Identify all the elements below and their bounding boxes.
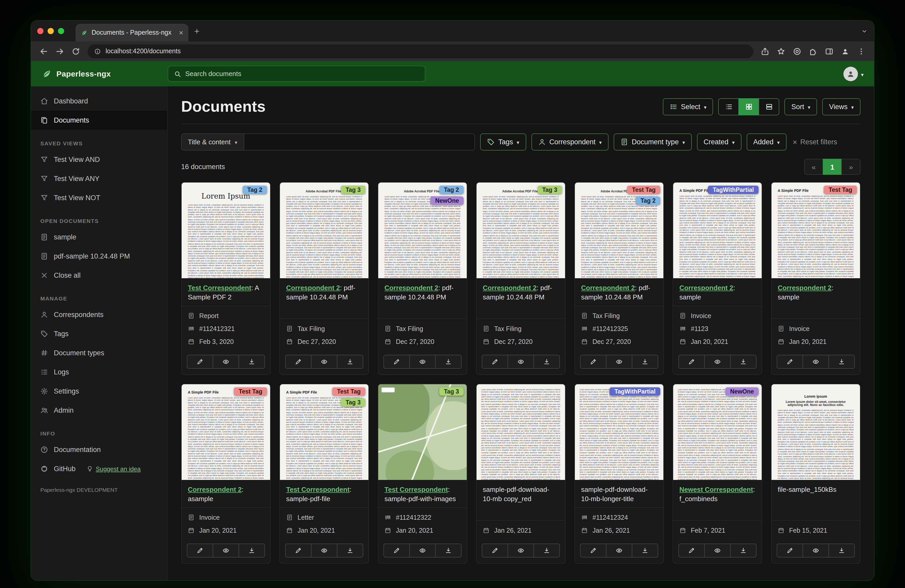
document-card[interactable]: Lorem ipsumLorem ipsum dolor sit amet, c… [771, 384, 861, 564]
document-thumbnail[interactable]: Adobe Acrobat PDF FilesLorem ipsum dolor… [575, 182, 664, 278]
view-document-button[interactable] [213, 355, 239, 369]
filter-text-input[interactable] [244, 133, 475, 151]
edit-document-button[interactable] [580, 544, 607, 558]
document-thumbnail[interactable]: Adobe Acrobat PDF FilesLorem ipsum dolor… [476, 182, 565, 278]
download-document-button[interactable] [632, 544, 658, 558]
tag-badge[interactable]: TagWithPartial [708, 185, 759, 194]
view-document-button[interactable] [311, 355, 337, 369]
document-thumbnail[interactable]: Lorem ipsum dolor sit amet, consectetur … [575, 384, 664, 480]
download-document-button[interactable] [533, 544, 560, 558]
close-window-button[interactable] [37, 28, 43, 34]
browser-profile-icon[interactable] [841, 47, 849, 55]
document-thumbnail[interactable]: A Simple PDF FileLorem ipsum dolor sit a… [772, 182, 860, 278]
view-document-button[interactable] [803, 544, 829, 558]
tag-badge[interactable]: TagWithPartial [610, 387, 660, 396]
view-document-button[interactable] [704, 544, 730, 558]
sidebar-item-admin[interactable]: Admin [31, 401, 167, 420]
view-document-button[interactable] [606, 355, 632, 369]
tab-close-icon[interactable]: × [179, 29, 183, 37]
tag-badge[interactable]: NewOne [430, 197, 464, 205]
edit-document-button[interactable] [187, 544, 213, 558]
select-dropdown-button[interactable]: Select [663, 98, 713, 115]
pagination-next-button[interactable]: » [841, 159, 861, 175]
edit-document-button[interactable] [285, 355, 311, 369]
sidebar-item-logs[interactable]: Logs [31, 363, 167, 382]
document-thumbnail[interactable]: A Simple PDF FileLorem ipsum dolor sit a… [673, 182, 762, 278]
correspondent-link[interactable]: Correspondent 2 [581, 284, 635, 292]
document-thumbnail[interactable]: Lorem IpsumLorem ipsum dolor sit amet, c… [182, 182, 270, 278]
filter-created-dropdown[interactable]: Created [697, 133, 741, 151]
tag-badge[interactable]: Tag 2 [243, 185, 267, 194]
new-tab-button[interactable] [194, 28, 200, 34]
search-input[interactable] [185, 70, 419, 78]
sidebar-item-dashboard[interactable]: Dashboard [31, 92, 167, 111]
document-card[interactable]: Adobe Acrobat PDF FilesLorem ipsum dolor… [476, 182, 565, 375]
download-document-button[interactable] [632, 355, 658, 369]
sidebar-item-documents[interactable]: Documents [31, 111, 167, 130]
document-card[interactable]: Lorem ipsum dolor sit amet, consectetur … [673, 384, 762, 564]
edit-document-button[interactable] [777, 544, 803, 558]
download-document-button[interactable] [533, 355, 560, 369]
view-document-button[interactable] [409, 544, 436, 558]
view-document-button[interactable] [606, 544, 632, 558]
pagination-prev-button[interactable]: « [804, 159, 823, 175]
document-card[interactable]: Adobe Acrobat PDF FilesLorem ipsum dolor… [279, 182, 369, 375]
correspondent-link[interactable]: Correspondent 2 [384, 284, 438, 292]
download-document-button[interactable] [829, 544, 855, 558]
download-document-button[interactable] [337, 544, 363, 558]
tag-badge[interactable]: Tag 2 [439, 185, 464, 194]
view-document-button[interactable] [409, 355, 436, 369]
download-document-button[interactable] [238, 355, 265, 369]
edit-document-button[interactable] [678, 544, 705, 558]
document-card[interactable]: Adobe Acrobat PDF FilesLorem ipsum dolor… [378, 182, 467, 375]
user-menu[interactable] [843, 67, 864, 81]
view-document-button[interactable] [704, 355, 730, 369]
document-thumbnail[interactable]: Tag 3 [378, 384, 467, 480]
tag-badge[interactable]: Test Tag [824, 185, 857, 194]
tag-badge[interactable]: Tag 3 [439, 387, 464, 396]
list-view-button[interactable] [718, 98, 739, 115]
reload-button[interactable] [71, 47, 80, 55]
tag-badge[interactable]: Tag 3 [341, 398, 365, 406]
download-document-button[interactable] [435, 544, 462, 558]
view-document-button[interactable] [803, 355, 829, 369]
sidebar-item-test-view-any[interactable]: Test View ANY [31, 169, 167, 188]
download-document-button[interactable] [238, 544, 265, 558]
tag-badge[interactable]: Tag 3 [538, 185, 562, 194]
document-thumbnail[interactable]: A Simple PDF FileLorem ipsum dolor sit a… [182, 384, 270, 480]
edit-document-button[interactable] [383, 355, 410, 369]
sidebar-item-documentation[interactable]: Documentation [31, 440, 167, 459]
sidebar-item-settings[interactable]: Settings [31, 382, 167, 401]
edit-document-button[interactable] [580, 355, 607, 369]
address-bar[interactable]: localhost:4200/documents [87, 44, 753, 58]
download-document-button[interactable] [730, 355, 756, 369]
edit-document-button[interactable] [285, 544, 311, 558]
sidebar-item-pdf-sample-10-24-48-pm[interactable]: pdf-sample 10.24.48 PM [31, 247, 167, 266]
app-brand[interactable]: Paperless-ngx [41, 68, 168, 79]
pagination-page-1-button[interactable]: 1 [823, 159, 842, 175]
view-document-button[interactable] [508, 355, 534, 369]
download-document-button[interactable] [337, 355, 363, 369]
edit-document-button[interactable] [777, 355, 803, 369]
edit-document-button[interactable] [187, 355, 213, 369]
zoom-window-button[interactable] [58, 28, 64, 34]
grid-view-button[interactable] [739, 98, 759, 115]
correspondent-link[interactable]: Test Correspondent [286, 486, 349, 493]
correspondent-link[interactable]: Correspondent 2 [680, 284, 733, 292]
filter-document-type-dropdown[interactable]: Document type [614, 133, 692, 151]
edit-document-button[interactable] [383, 544, 410, 558]
download-document-button[interactable] [435, 355, 462, 369]
minimize-window-button[interactable] [48, 28, 54, 34]
sidebar-item-close-all[interactable]: Close all [31, 266, 167, 285]
edit-document-button[interactable] [678, 355, 705, 369]
document-card[interactable]: Lorem IpsumLorem ipsum dolor sit amet, c… [181, 182, 271, 375]
document-thumbnail[interactable]: Adobe Acrobat PDF FilesLorem ipsum dolor… [280, 182, 368, 278]
share-icon[interactable] [761, 47, 769, 55]
document-card[interactable]: Adobe Acrobat PDF FilesLorem ipsum dolor… [574, 182, 664, 375]
document-card[interactable]: Tag 3 Test Correspondent: sample-pdf-wit… [378, 384, 467, 564]
document-thumbnail[interactable]: Lorem ipsumLorem ipsum dolor sit amet, c… [772, 384, 860, 480]
sidebar-item-tags[interactable]: Tags [31, 324, 167, 343]
sidebar-item-sample[interactable]: sample [31, 228, 167, 247]
browser-menu-icon[interactable] [857, 47, 866, 55]
edit-document-button[interactable] [482, 544, 508, 558]
